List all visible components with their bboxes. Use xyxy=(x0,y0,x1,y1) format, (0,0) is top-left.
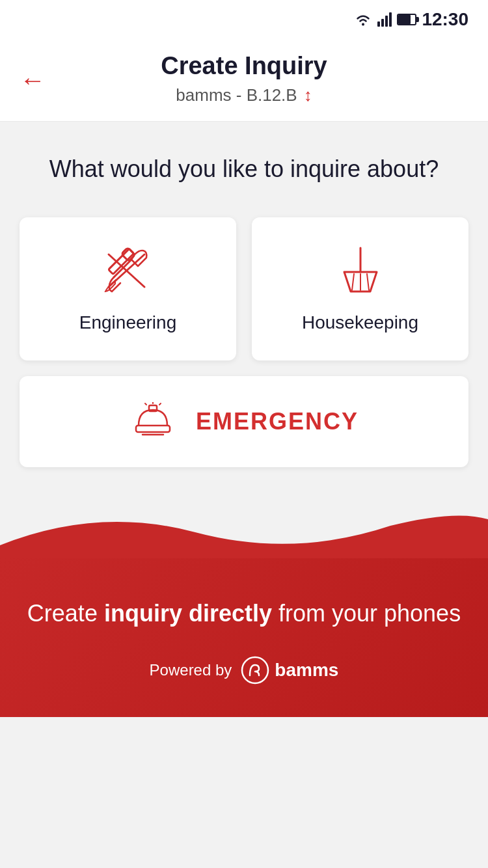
header: ← Create Inquiry bamms - B.12.B ↕ xyxy=(0,39,488,122)
tagline-bold: inquiry directly xyxy=(104,600,272,627)
tagline-part2: from your phones xyxy=(272,600,461,627)
svg-line-13 xyxy=(367,274,369,290)
emergency-card[interactable]: EMERGENCY xyxy=(20,376,468,467)
housekeeping-label: Housekeeping xyxy=(302,312,418,333)
engineering-label: Engineering xyxy=(79,312,176,333)
inquiry-question: What would you like to inquire about? xyxy=(20,154,468,185)
header-subtitle: bamms - B.12.B ↕ xyxy=(176,85,312,105)
bamms-logo: bamms xyxy=(241,656,338,685)
bamms-logo-icon xyxy=(241,656,269,685)
svg-rect-14 xyxy=(136,426,170,432)
back-button[interactable]: ← xyxy=(20,67,46,93)
powered-by-label: Powered by xyxy=(150,661,232,679)
tagline-part1: Create xyxy=(27,600,104,627)
svg-line-11 xyxy=(352,274,354,290)
housekeeping-card[interactable]: Housekeeping xyxy=(252,217,468,360)
svg-point-0 xyxy=(362,23,364,26)
emergency-label: EMERGENCY xyxy=(196,408,359,435)
red-footer: Create inquiry directly from your phones… xyxy=(0,558,488,717)
signal-icon xyxy=(377,12,392,27)
battery-icon xyxy=(397,14,416,25)
status-icons: 12:30 xyxy=(354,9,468,30)
status-bar: 12:30 xyxy=(0,0,488,39)
svg-line-18 xyxy=(159,403,161,405)
svg-rect-1 xyxy=(377,21,380,27)
powered-by: Powered by bamms xyxy=(26,656,462,685)
svg-rect-2 xyxy=(381,19,384,27)
svg-rect-4 xyxy=(389,12,392,27)
footer-tagline: Create inquiry directly from your phones xyxy=(26,597,462,630)
svg-line-17 xyxy=(145,403,146,405)
main-content: What would you like to inquire about? xyxy=(0,122,488,467)
svg-rect-3 xyxy=(385,16,388,27)
footer-section: Create inquiry directly from your phones… xyxy=(0,506,488,717)
subtitle-text: bamms - B.12.B xyxy=(176,85,297,105)
category-grid: Engineering Housekeeping xyxy=(20,217,468,360)
engineering-icon xyxy=(96,245,161,297)
engineering-card[interactable]: Engineering xyxy=(20,217,236,360)
housekeeping-icon xyxy=(331,245,390,297)
svg-point-20 xyxy=(242,657,268,683)
page-title: Create Inquiry xyxy=(161,52,327,80)
back-arrow-icon: ← xyxy=(20,66,46,94)
wave-container xyxy=(0,506,488,558)
wifi-icon xyxy=(354,12,372,27)
brand-name: bamms xyxy=(275,660,338,681)
emergency-icon xyxy=(129,402,176,441)
status-time: 12:30 xyxy=(422,9,468,30)
sort-icon[interactable]: ↕ xyxy=(304,85,312,105)
